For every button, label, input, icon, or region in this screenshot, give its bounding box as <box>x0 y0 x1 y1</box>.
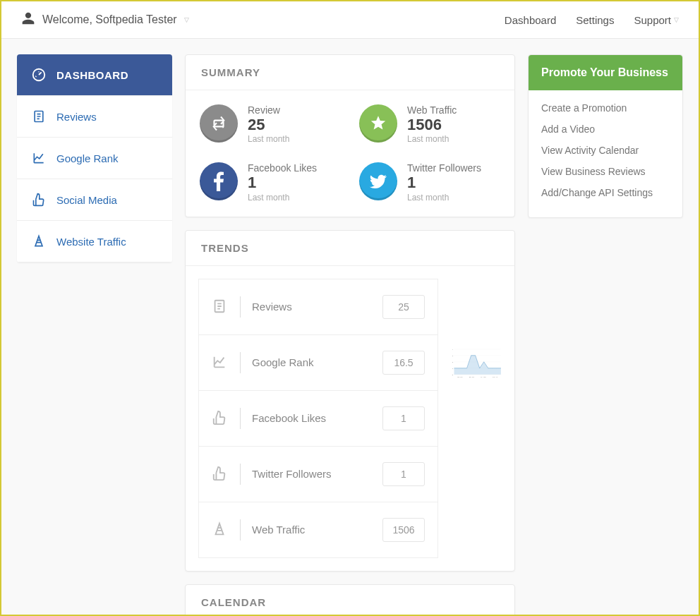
trend-row-twitter[interactable]: Twitter Followers 1 <box>199 447 438 502</box>
summary-card: Summary Review 25 Last month <box>185 54 515 217</box>
sidebar-item-reviews[interactable]: Reviews <box>17 96 172 138</box>
sidebar-item-social-media[interactable]: Social Media <box>17 179 172 221</box>
svg-text:3: 3 <box>452 354 454 356</box>
svg-text:22. Jul: 22. Jul <box>457 376 463 378</box>
sidebar-item-website-traffic[interactable]: Website Traffic <box>17 221 172 262</box>
sidebar-item-dashboard[interactable]: Dashboard <box>17 54 172 96</box>
sidebar-item-google-rank[interactable]: Google Rank <box>17 138 172 179</box>
metric-facebook: Facebook Likes 1 Last month <box>200 162 341 202</box>
user-icon <box>21 11 35 28</box>
trend-row-fb[interactable]: Facebook Likes 1 <box>199 391 438 447</box>
sidebar: Dashboard Reviews Google Rank Social Med… <box>17 54 172 262</box>
promote-title: Promote Your Business <box>529 55 682 90</box>
chart-icon <box>212 354 229 371</box>
chevron-down-icon: ▽ <box>674 16 679 23</box>
sidebar-item-label: Website Traffic <box>56 236 126 248</box>
metric-review: Review 25 Last month <box>200 104 341 144</box>
promote-link[interactable]: Create a Promotion <box>541 97 670 119</box>
thumbs-up-icon <box>31 192 47 207</box>
trends-card: Trends Reviews 25 Google Rank <box>185 230 515 572</box>
trend-row-google-rank[interactable]: Google Rank 16.5 <box>199 335 438 391</box>
promote-link[interactable]: Add a Video <box>541 119 670 140</box>
welcome-area[interactable]: Welcome, Softpedia Tester ▽ <box>21 11 189 28</box>
nav-support[interactable]: Support▽ <box>634 14 679 26</box>
svg-text:4: 4 <box>452 348 454 350</box>
sidebar-item-label: Social Media <box>56 194 117 206</box>
trend-row-reviews[interactable]: Reviews 25 <box>199 279 438 335</box>
metric-web-traffic: Web Traffic 1506 Last month <box>359 104 500 144</box>
promote-link[interactable]: Add/Change API Settings <box>541 182 670 203</box>
retweet-icon <box>200 104 238 143</box>
chevron-down-icon: ▽ <box>184 16 189 23</box>
document-icon <box>212 298 229 315</box>
thumbs-up-icon <box>212 466 229 483</box>
promote-link[interactable]: View Business Reviews <box>541 161 670 182</box>
svg-text:2: 2 <box>452 361 454 363</box>
svg-text:0: 0 <box>452 373 454 375</box>
thumbs-up-icon <box>212 410 229 427</box>
sidebar-item-label: Reviews <box>56 111 97 123</box>
nav-settings[interactable]: Settings <box>576 14 614 26</box>
metric-twitter: Twitter Followers 1 Last month <box>359 162 500 202</box>
svg-text:29. Jul: 29. Jul <box>469 376 475 378</box>
promote-link[interactable]: View Activity Calendar <box>541 140 670 161</box>
sidebar-item-label: Google Rank <box>56 152 119 164</box>
svg-text:5. Aug: 5. Aug <box>481 376 486 378</box>
svg-text:1: 1 <box>452 367 454 369</box>
document-icon <box>31 109 47 124</box>
summary-title: Summary <box>186 55 514 90</box>
traffic-cone-icon <box>212 521 229 538</box>
facebook-icon <box>200 162 238 200</box>
twitter-icon <box>359 162 397 200</box>
nav-dashboard[interactable]: Dashboard <box>505 14 556 26</box>
star-icon <box>359 104 397 143</box>
trends-title: Trends <box>186 231 514 266</box>
trend-row-traffic[interactable]: Web Traffic 1506 <box>199 502 438 557</box>
promote-card: Promote Your Business Create a Promotion… <box>528 54 683 218</box>
welcome-text: Welcome, Softpedia Tester <box>42 13 177 26</box>
trends-chart: 0123422. Jul29. Jul5. Aug12. Au <box>451 279 502 558</box>
traffic-cone-icon <box>31 234 47 249</box>
gauge-icon <box>31 67 47 83</box>
svg-text:12. Au: 12. Au <box>493 376 498 378</box>
calendar-card: Calendar <box>185 584 515 616</box>
chart-icon <box>31 150 47 166</box>
calendar-title: Calendar <box>186 585 514 616</box>
sidebar-item-label: Dashboard <box>56 69 128 81</box>
